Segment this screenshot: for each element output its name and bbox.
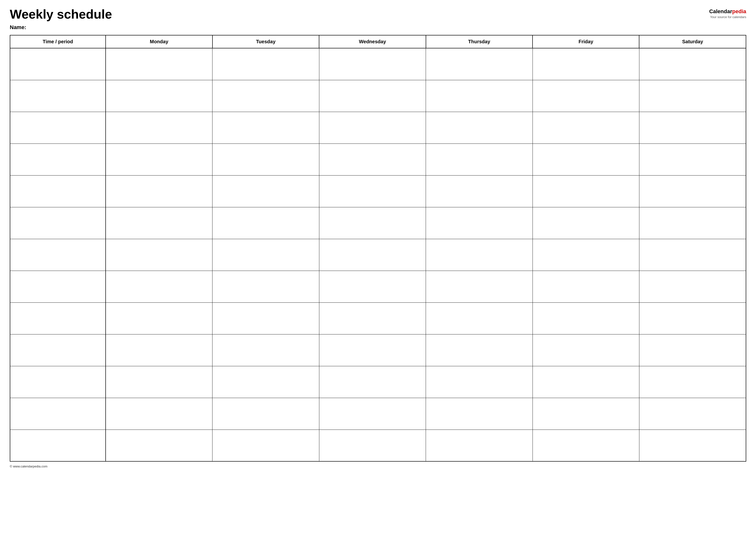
day-cell[interactable] [426,239,533,271]
time-cell[interactable] [10,366,106,398]
day-cell[interactable] [319,207,426,239]
day-cell[interactable] [426,302,533,334]
table-row [10,48,746,80]
day-cell[interactable] [533,207,639,239]
day-cell[interactable] [106,334,212,366]
day-cell[interactable] [426,175,533,207]
time-cell[interactable] [10,144,106,175]
day-cell[interactable] [319,302,426,334]
day-cell[interactable] [533,366,639,398]
day-cell[interactable] [106,398,212,430]
day-cell[interactable] [212,112,319,144]
col-header-thursday: Thursday [426,35,533,48]
day-cell[interactable] [533,302,639,334]
time-cell[interactable] [10,175,106,207]
time-cell[interactable] [10,80,106,112]
day-cell[interactable] [212,302,319,334]
time-cell[interactable] [10,430,106,461]
day-cell[interactable] [426,48,533,80]
day-cell[interactable] [426,271,533,302]
table-row [10,430,746,461]
day-cell[interactable] [533,144,639,175]
time-cell[interactable] [10,334,106,366]
day-cell[interactable] [533,239,639,271]
day-cell[interactable] [319,398,426,430]
day-cell[interactable] [212,144,319,175]
day-cell[interactable] [106,239,212,271]
day-cell[interactable] [639,239,746,271]
page-title: Weekly schedule [10,7,112,21]
table-row [10,80,746,112]
day-cell[interactable] [426,112,533,144]
time-cell[interactable] [10,271,106,302]
time-cell[interactable] [10,239,106,271]
day-cell[interactable] [319,430,426,461]
day-cell[interactable] [639,334,746,366]
day-cell[interactable] [319,80,426,112]
day-cell[interactable] [533,175,639,207]
day-cell[interactable] [319,175,426,207]
day-cell[interactable] [533,80,639,112]
day-cell[interactable] [639,271,746,302]
day-cell[interactable] [426,144,533,175]
day-cell[interactable] [106,175,212,207]
day-cell[interactable] [533,334,639,366]
day-cell[interactable] [319,366,426,398]
day-cell[interactable] [533,430,639,461]
day-cell[interactable] [426,398,533,430]
day-cell[interactable] [106,112,212,144]
day-cell[interactable] [212,207,319,239]
day-cell[interactable] [319,271,426,302]
day-cell[interactable] [212,175,319,207]
logo-pedia: pedia [732,8,746,14]
day-cell[interactable] [639,366,746,398]
day-cell[interactable] [212,430,319,461]
day-cell[interactable] [106,430,212,461]
day-cell[interactable] [426,430,533,461]
time-cell[interactable] [10,302,106,334]
day-cell[interactable] [639,175,746,207]
table-row [10,207,746,239]
day-cell[interactable] [639,48,746,80]
day-cell[interactable] [533,271,639,302]
day-cell[interactable] [319,239,426,271]
day-cell[interactable] [639,80,746,112]
day-cell[interactable] [426,80,533,112]
day-cell[interactable] [212,239,319,271]
day-cell[interactable] [639,112,746,144]
day-cell[interactable] [426,334,533,366]
table-header-row: Time / period Monday Tuesday Wednesday T… [10,35,746,48]
day-cell[interactable] [212,334,319,366]
day-cell[interactable] [212,366,319,398]
day-cell[interactable] [106,80,212,112]
day-cell[interactable] [106,207,212,239]
table-row [10,239,746,271]
day-cell[interactable] [639,144,746,175]
day-cell[interactable] [106,144,212,175]
day-cell[interactable] [319,48,426,80]
time-cell[interactable] [10,398,106,430]
day-cell[interactable] [319,112,426,144]
day-cell[interactable] [319,334,426,366]
day-cell[interactable] [426,207,533,239]
day-cell[interactable] [639,302,746,334]
day-cell[interactable] [106,302,212,334]
day-cell[interactable] [106,48,212,80]
time-cell[interactable] [10,207,106,239]
day-cell[interactable] [533,112,639,144]
time-cell[interactable] [10,48,106,80]
day-cell[interactable] [106,366,212,398]
day-cell[interactable] [426,366,533,398]
day-cell[interactable] [319,144,426,175]
day-cell[interactable] [212,398,319,430]
day-cell[interactable] [212,48,319,80]
day-cell[interactable] [106,271,212,302]
time-cell[interactable] [10,112,106,144]
day-cell[interactable] [212,271,319,302]
day-cell[interactable] [639,430,746,461]
day-cell[interactable] [533,48,639,80]
day-cell[interactable] [533,398,639,430]
day-cell[interactable] [212,80,319,112]
day-cell[interactable] [639,398,746,430]
day-cell[interactable] [639,207,746,239]
